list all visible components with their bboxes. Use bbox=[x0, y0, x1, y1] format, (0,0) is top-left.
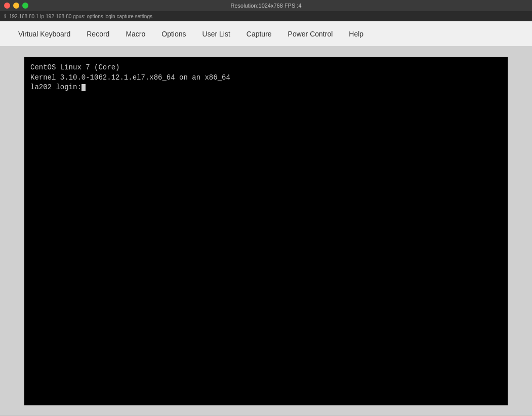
terminal-line: Kernel 3.10.0-1062.12.1.el7.x86_64 on an… bbox=[30, 73, 502, 83]
minimize-button[interactable] bbox=[13, 3, 19, 9]
menu-item-record[interactable]: Record bbox=[78, 26, 117, 42]
menu-item-options[interactable]: Options bbox=[153, 26, 194, 42]
titlebar: Resolution:1024x768 FPS :4 bbox=[0, 0, 532, 11]
close-button[interactable] bbox=[4, 3, 10, 9]
menu-item-help[interactable]: Help bbox=[341, 26, 372, 42]
menu-item-power-control[interactable]: Power Control bbox=[280, 26, 341, 42]
menu-item-user-list[interactable]: User List bbox=[194, 26, 238, 42]
maximize-button[interactable] bbox=[22, 3, 28, 9]
terminal-cursor bbox=[81, 84, 86, 91]
terminal-line: CentOS Linux 7 (Core) bbox=[30, 63, 502, 73]
main-content: CentOS Linux 7 (Core)Kernel 3.10.0-1062.… bbox=[0, 47, 532, 415]
menu-item-capture[interactable]: Capture bbox=[238, 26, 280, 42]
topbar: ℹ 192.168.80.1 ip-192-168-80 gpus: optio… bbox=[0, 11, 532, 21]
menubar: Virtual KeyboardRecordMacroOptionsUser L… bbox=[0, 21, 532, 47]
menu-item-macro[interactable]: Macro bbox=[117, 26, 153, 42]
topbar-info: 192.168.80.1 ip-192-168-80 gpus: options… bbox=[9, 14, 152, 19]
titlebar-title: Resolution:1024x768 FPS :4 bbox=[230, 3, 301, 9]
menu-item-virtual-keyboard[interactable]: Virtual Keyboard bbox=[10, 26, 78, 42]
terminal-line: la202 login: bbox=[30, 83, 502, 93]
info-icon: ℹ bbox=[4, 13, 6, 20]
terminal-display[interactable]: CentOS Linux 7 (Core)Kernel 3.10.0-1062.… bbox=[24, 57, 508, 405]
